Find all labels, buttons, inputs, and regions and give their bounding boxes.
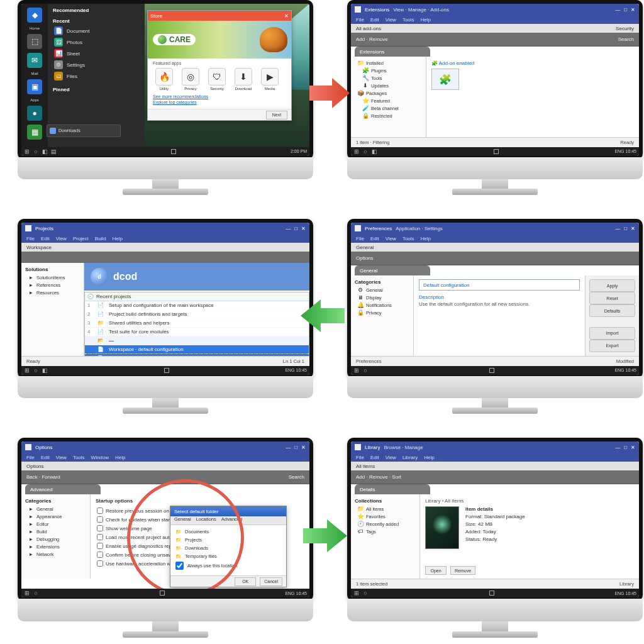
folder-dialog[interactable]: Select default folder GeneralLocationsAd… bbox=[170, 506, 287, 587]
menu-item[interactable]: File bbox=[356, 455, 364, 460]
menu-item[interactable]: View bbox=[386, 236, 396, 242]
start-item[interactable]: ⚙Settings bbox=[53, 59, 140, 70]
start-card[interactable]: Downloads bbox=[47, 125, 121, 137]
tree-item[interactable]: 🧩Plugins bbox=[353, 67, 423, 74]
sub-menu-bar[interactable]: All items bbox=[351, 462, 639, 470]
toolbar-left[interactable]: Back · Forward bbox=[26, 474, 60, 480]
list-row[interactable]: 3📁Shared utilities and helpers bbox=[85, 319, 309, 328]
toolbar-left[interactable]: Add · Remove · Sort bbox=[356, 474, 401, 480]
rail-icon[interactable]: ⬚ bbox=[27, 34, 42, 49]
option-checkbox[interactable] bbox=[97, 516, 103, 523]
task-icon[interactable] bbox=[164, 368, 169, 373]
menu-item[interactable]: View bbox=[56, 236, 67, 242]
always-use-checkbox[interactable] bbox=[175, 562, 184, 570]
store-tile[interactable]: ▶Media bbox=[258, 68, 281, 91]
store-link[interactable]: Explore top categories bbox=[153, 100, 286, 104]
action-button[interactable]: Remove bbox=[450, 566, 475, 575]
menu-item[interactable]: View bbox=[386, 17, 396, 23]
menu-item[interactable]: File bbox=[356, 17, 364, 23]
tree-item[interactable]: ▸SolutionItems bbox=[24, 274, 81, 281]
menu-item[interactable]: File bbox=[356, 236, 364, 242]
dialog-tab[interactable]: Locations bbox=[196, 516, 216, 525]
close-icon[interactable]: ✕ bbox=[301, 226, 306, 231]
minimize-icon[interactable]: — bbox=[615, 7, 620, 13]
submenu-label[interactable]: All add-ons bbox=[356, 26, 381, 31]
start-item[interactable]: 📄Document bbox=[53, 25, 140, 36]
option-checkbox[interactable] bbox=[97, 560, 103, 567]
sub-menu-bar[interactable]: All add-ons Security bbox=[351, 24, 639, 33]
start-icon[interactable]: ⊞ bbox=[353, 148, 360, 155]
toolbar-right[interactable]: Search bbox=[289, 474, 304, 480]
taskbar[interactable]: ⊞ ○ ◧ ENG 10:45 bbox=[351, 147, 639, 156]
minimize-icon[interactable]: — bbox=[286, 445, 291, 450]
start-item[interactable]: 📊Sheet bbox=[53, 48, 140, 59]
item-thumbnail[interactable]: 🧩 bbox=[431, 69, 459, 90]
dialog-tab[interactable]: General bbox=[174, 516, 191, 525]
start-item[interactable]: 🗂Files bbox=[53, 70, 140, 82]
tree-item[interactable]: 🧪Beta channel bbox=[353, 104, 423, 112]
close-icon[interactable]: ✕ bbox=[631, 445, 635, 450]
task-icon[interactable]: ◧ bbox=[42, 148, 48, 155]
toolbar-left[interactable]: Add · Remove bbox=[356, 36, 388, 42]
tree-item[interactable]: 🔒Restricted bbox=[353, 112, 423, 119]
menu-item[interactable]: Help bbox=[113, 236, 123, 242]
list-row[interactable]: 4📄Test suite for core modules bbox=[85, 328, 309, 336]
close-icon[interactable]: ✕ bbox=[301, 445, 306, 450]
rail-icon[interactable]: ● bbox=[27, 106, 42, 121]
option-checkbox[interactable] bbox=[97, 534, 103, 540]
breadcrumb[interactable]: Library › All items bbox=[425, 498, 634, 504]
maximize-icon[interactable]: □ bbox=[624, 7, 627, 13]
task-icon[interactable]: ○ bbox=[362, 367, 369, 374]
menu-item[interactable]: Help bbox=[424, 455, 434, 460]
option-checkbox[interactable] bbox=[97, 525, 103, 531]
option-checkbox[interactable] bbox=[97, 552, 103, 558]
store-tile[interactable]: ⬇Download bbox=[232, 68, 255, 91]
dialog-tabs[interactable]: GeneralLocationsAdvanced bbox=[170, 516, 286, 525]
toolbar[interactable]: Add · Remove Search bbox=[351, 33, 639, 47]
menu-item[interactable]: Project bbox=[73, 236, 89, 242]
task-icon[interactable]: ◧ bbox=[371, 148, 377, 155]
maximize-icon[interactable]: □ bbox=[294, 226, 297, 231]
submenu-label[interactable]: Workspace bbox=[26, 245, 52, 250]
tree-item[interactable]: 🕘Recently added bbox=[353, 520, 417, 528]
store-tile[interactable]: 🛡Security bbox=[206, 68, 228, 91]
dialog-row[interactable]: 📁Projects bbox=[175, 537, 281, 543]
menu-item[interactable]: Edit bbox=[370, 236, 379, 242]
task-icon[interactable]: ▤ bbox=[50, 148, 57, 155]
minimize-icon[interactable]: — bbox=[615, 226, 620, 231]
titlebar[interactable]: Preferences Application · Settings — □ ✕ bbox=[351, 223, 639, 234]
store-titlebar[interactable]: Store ✕ bbox=[148, 11, 291, 21]
dialog-row[interactable]: 📁Downloads bbox=[175, 545, 281, 551]
rail-icon[interactable]: ▣ bbox=[27, 79, 42, 94]
minimize-icon[interactable]: — bbox=[286, 226, 291, 231]
menu-bar[interactable]: FileEditViewLibraryHelp bbox=[351, 453, 639, 462]
taskbar[interactable]: ⊞ ○ ENG 10:45 bbox=[351, 589, 639, 597]
menu-item[interactable]: File bbox=[26, 236, 35, 242]
toolbar-left[interactable]: Options bbox=[356, 255, 374, 261]
tree-item[interactable]: 🔒Privacy bbox=[353, 309, 411, 316]
titlebar[interactable]: Extensions View · Manage · Add-ons — □ ✕ bbox=[351, 4, 639, 15]
rail-icon[interactable]: ▦ bbox=[27, 125, 42, 140]
sub-menu-bar[interactable]: Options bbox=[21, 462, 309, 470]
taskbar[interactable]: ⊞ ○ ◧ ▤ 2:00 PM bbox=[21, 147, 309, 156]
maximize-icon[interactable]: □ bbox=[624, 445, 627, 450]
close-icon[interactable]: ✕ bbox=[631, 7, 635, 13]
menu-item[interactable]: Help bbox=[421, 236, 431, 242]
maximize-icon[interactable]: □ bbox=[624, 226, 627, 231]
sub-menu-bar[interactable]: General bbox=[351, 243, 639, 252]
tree-item[interactable]: ▸Build bbox=[24, 528, 87, 535]
task-icon[interactable]: ○ bbox=[362, 590, 369, 596]
tab[interactable]: Extensions bbox=[355, 47, 430, 57]
tree-item[interactable]: ▸References bbox=[24, 281, 81, 289]
menu-item[interactable]: Edit bbox=[41, 236, 50, 242]
tree-item[interactable]: ▸General bbox=[24, 505, 87, 513]
task-icon[interactable]: ◧ bbox=[42, 367, 48, 374]
tree-item[interactable]: ▸Appearance bbox=[24, 513, 87, 520]
action-button[interactable]: Open bbox=[425, 566, 447, 575]
cancel-button[interactable]: Cancel bbox=[260, 577, 282, 586]
sidebar[interactable]: Categories ⚙General🖥Display🔔Notification… bbox=[351, 275, 414, 356]
task-icon[interactable] bbox=[160, 591, 165, 596]
tree-item[interactable]: ⬇Updates bbox=[353, 82, 423, 89]
option-checkbox[interactable] bbox=[97, 508, 103, 514]
tree-item[interactable]: 📦Packages bbox=[353, 89, 423, 97]
